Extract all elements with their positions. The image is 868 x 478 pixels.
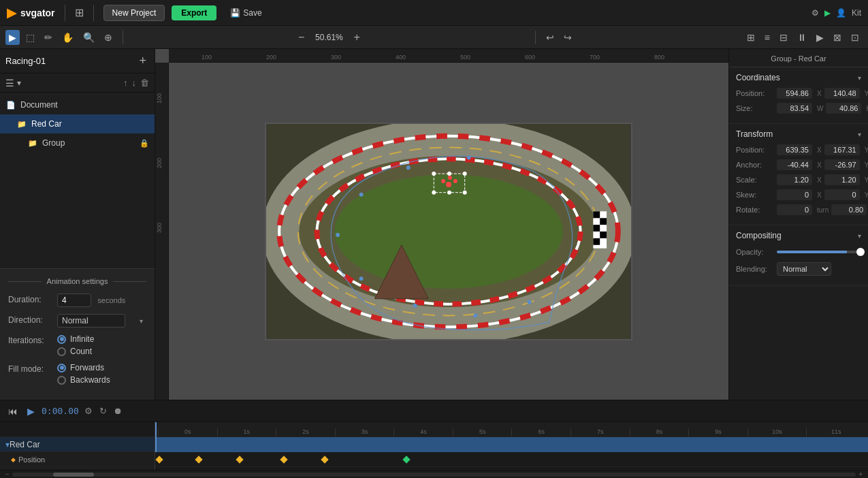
zoom-tool[interactable]: 🔍: [80, 30, 98, 45]
tl-record-button[interactable]: ⏺: [112, 404, 124, 417]
infinite-radio[interactable]: [57, 335, 66, 344]
infinite-label: Infinite: [70, 334, 94, 344]
backwards-radio-label[interactable]: Backwards: [57, 375, 110, 385]
opacity-slider[interactable]: [777, 251, 865, 253]
topbar: ▶ svgator ⊞ New Project Export 💾 Save ⚙ …: [0, 0, 868, 26]
canvas-content[interactable]: [169, 63, 728, 400]
timeline-red-car-label[interactable]: ▾ Red Car: [0, 437, 155, 452]
count-radio[interactable]: [57, 347, 66, 356]
layer-group[interactable]: 📁 Group 🔒: [0, 133, 155, 153]
skew-label: Skew:: [736, 191, 777, 199]
settings-icon[interactable]: ⚙: [811, 8, 819, 18]
pause-button[interactable]: ⏸: [794, 30, 810, 45]
size-h[interactable]: 40.86: [826, 103, 861, 114]
layers-menu-icon[interactable]: ☰: [5, 78, 14, 89]
transform-tool[interactable]: ⊕: [101, 30, 116, 45]
tl-skip-start-button[interactable]: ⏮: [5, 404, 20, 418]
play-button[interactable]: ▶: [813, 30, 827, 45]
folder-icon-red-car: 📁: [16, 118, 27, 129]
layer-down-button[interactable]: ↓: [132, 78, 137, 88]
keyframe-2[interactable]: [236, 456, 243, 463]
tl-loop-button[interactable]: ↻: [98, 404, 108, 417]
zoom-out-button[interactable]: −: [295, 31, 307, 44]
scale-y[interactable]: 1.20: [824, 174, 860, 185]
canvas-area[interactable]: 100 200 300 400 500 600 700 800 100 200 …: [155, 49, 728, 400]
user-avatar[interactable]: 👤: [836, 8, 846, 18]
scroll-thumb[interactable]: [53, 473, 94, 477]
scroll-right-button[interactable]: +: [858, 471, 863, 478]
play-icon[interactable]: ▶: [824, 8, 831, 18]
timeline-position-row[interactable]: [155, 452, 868, 467]
grid-button[interactable]: ⊟: [776, 30, 791, 45]
snap-button[interactable]: ⊞: [743, 30, 758, 45]
select-tool[interactable]: ▶: [5, 30, 20, 45]
timeline-full-row[interactable]: [155, 437, 868, 452]
size-w[interactable]: 83.54: [777, 103, 812, 114]
backwards-radio[interactable]: [57, 376, 66, 385]
skew-x[interactable]: 0: [777, 189, 812, 200]
new-project-button[interactable]: New Project: [103, 5, 165, 21]
layout-button[interactable]: ⊠: [830, 30, 845, 45]
undo-button[interactable]: ↩: [543, 30, 558, 45]
compositing-header[interactable]: Compositing ▾: [736, 231, 861, 240]
rotate-val[interactable]: 0: [777, 204, 812, 215]
rotate-deg[interactable]: 0.80: [831, 204, 867, 215]
distribute-button[interactable]: ⊡: [848, 30, 863, 45]
anchor-x[interactable]: -40.44: [777, 159, 812, 170]
animation-settings-panel: Animation settings Duration: seconds Dir…: [0, 268, 155, 400]
duration-input[interactable]: [57, 293, 91, 307]
keyframe-5[interactable]: [402, 456, 410, 463]
layer-up-button[interactable]: ↑: [123, 78, 128, 88]
keyframe-3[interactable]: [280, 456, 287, 463]
scale-x[interactable]: 1.20: [777, 174, 812, 185]
coordinates-header[interactable]: Coordinates ▾: [736, 73, 861, 82]
keyframe-1[interactable]: [195, 456, 202, 463]
direct-select-tool[interactable]: ⬚: [22, 30, 38, 45]
skew-y[interactable]: 0: [824, 189, 860, 200]
layer-delete-button[interactable]: 🗑: [140, 78, 149, 88]
timeline-scrollbar: − +: [0, 470, 868, 478]
position-y-axis: Y: [865, 90, 868, 97]
layer-red-car[interactable]: 📁 Red Car: [0, 114, 155, 133]
race-track-canvas[interactable]: [265, 123, 632, 340]
timeline-ruler[interactable]: 0s 1s 2s 3s 4s 5s 6s 7s 8s 9s 10s 11s: [155, 422, 868, 470]
export-button[interactable]: Export: [172, 5, 216, 20]
blending-select[interactable]: Normal: [777, 262, 831, 276]
add-scene-button[interactable]: +: [136, 54, 149, 68]
pen-tool[interactable]: ✏: [41, 30, 56, 45]
zoom-in-button[interactable]: +: [351, 31, 362, 44]
position-x[interactable]: 594.86: [777, 88, 812, 99]
tl-settings-button[interactable]: ⚙: [83, 404, 94, 417]
save-button[interactable]: 💾 Save: [223, 5, 268, 20]
position-y[interactable]: 140.48: [824, 88, 860, 99]
svg-point-16: [474, 313, 478, 317]
tl-play-button[interactable]: ▶: [25, 404, 37, 418]
fill-mode-row: Fill mode: Forwards Backwards: [8, 363, 146, 385]
scroll-left-button[interactable]: −: [5, 471, 10, 478]
timeline-position-label: ◆ Position: [0, 452, 155, 467]
align-button[interactable]: ≡: [761, 30, 773, 45]
transform-header[interactable]: Transform ▾: [736, 129, 861, 139]
playhead[interactable]: [155, 422, 157, 452]
count-radio-label[interactable]: Count: [57, 347, 94, 356]
layer-document[interactable]: 📄 Document: [0, 95, 155, 114]
scroll-track[interactable]: [12, 473, 856, 477]
forwards-radio[interactable]: [57, 364, 66, 372]
redo-button[interactable]: ↪: [560, 30, 575, 45]
keyframe-0[interactable]: [155, 456, 163, 463]
anchor-y[interactable]: -26.97: [824, 159, 860, 170]
ruler-h-400: 400: [396, 54, 406, 61]
transform-pos-x[interactable]: 639.35: [777, 144, 812, 155]
apps-icon[interactable]: ⊞: [75, 6, 84, 19]
user-name: Kit: [852, 8, 861, 18]
infinite-radio-label[interactable]: Infinite: [57, 334, 94, 344]
layers-expand-icon[interactable]: ▾: [17, 78, 21, 88]
direction-select[interactable]: Normal Reverse Alternate: [57, 314, 125, 328]
keyframe-4[interactable]: [321, 456, 328, 463]
position-label: Position:: [736, 89, 777, 97]
hand-tool[interactable]: ✋: [59, 30, 77, 45]
forwards-radio-label[interactable]: Forwards: [57, 363, 110, 372]
duration-label: Duration:: [8, 293, 57, 304]
transform-pos-y[interactable]: 167.31: [824, 144, 860, 155]
size-label: Size:: [736, 104, 777, 112]
